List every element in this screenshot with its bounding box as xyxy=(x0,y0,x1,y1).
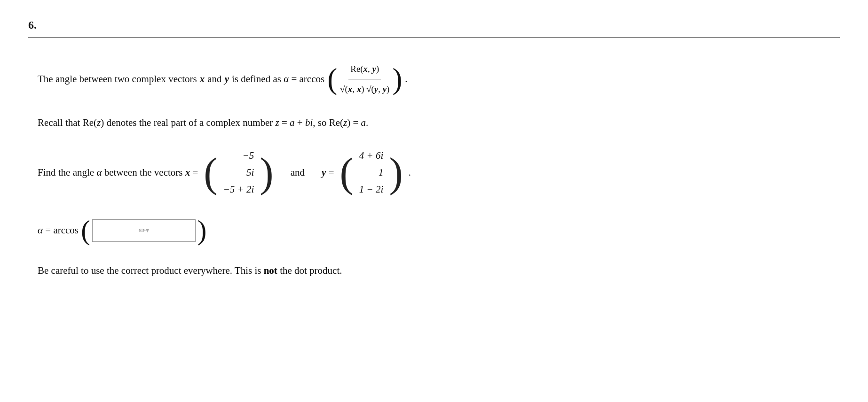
note-bold: not xyxy=(264,265,277,276)
problem-number: 6. xyxy=(28,19,840,31)
note-text-2: the dot product. xyxy=(277,265,342,276)
definition-paragraph: The angle between two complex vectors x … xyxy=(38,60,830,98)
vector-x: ( −5 5i −5 + 2i ) xyxy=(204,147,273,198)
find-paragraph: Find the angle α between the vectors x =… xyxy=(38,147,830,198)
vector-y-row-2: 1 xyxy=(375,164,387,181)
vector-y-row-1: 4 + 6i xyxy=(355,147,387,164)
answer-line: α = arccos ( ✏ ▾ ) xyxy=(38,215,830,246)
find-text-1: Find the angle α between the vectors x = xyxy=(38,167,198,178)
divider xyxy=(28,37,840,38)
recall-paragraph: Recall that Re(z) denotes the real part … xyxy=(38,115,830,131)
equals-label: = xyxy=(43,224,53,236)
arccos-open-paren: ( Re(x, y) √(x, x) √(y, y) ) xyxy=(327,60,402,98)
answer-input-box[interactable]: ✏ ▾ xyxy=(92,219,196,242)
vector-y-row-3: 1 − 2i xyxy=(355,181,387,198)
def-text-2: is defined as α = arccos xyxy=(232,69,324,89)
vector-y: ( 4 + 6i 1 1 − 2i ) xyxy=(339,147,402,198)
answer-open-paren: ( xyxy=(81,215,90,246)
alpha-label: α xyxy=(38,224,43,236)
vector-x-row-2: 5i xyxy=(243,164,258,181)
def-and: and xyxy=(207,69,221,89)
vector-x-row-1: −5 xyxy=(239,147,258,164)
bold-x-def: x xyxy=(200,69,205,89)
check-icon: ▾ xyxy=(146,226,149,234)
pencil-icon: ✏ xyxy=(139,225,146,236)
answer-close-paren: ) xyxy=(197,215,207,246)
def-period: . xyxy=(405,69,407,89)
fraction-denominator: √(x, x) √(y, y) xyxy=(338,79,391,98)
y-equals: y = xyxy=(322,167,334,178)
arccos-fraction: Re(x, y) √(x, x) √(y, y) xyxy=(338,60,391,98)
vector-x-row-3: −5 + 2i xyxy=(220,181,258,198)
and-connector: and xyxy=(291,167,305,178)
arccos-label: arccos xyxy=(53,224,79,236)
fraction-numerator: Re(x, y) xyxy=(348,60,381,79)
find-period: . xyxy=(409,167,411,178)
note-paragraph: Be careful to use the correct product ev… xyxy=(38,263,830,279)
def-text-1: The angle between two complex vectors xyxy=(38,69,197,89)
note-text-1: Be careful to use the correct product ev… xyxy=(38,265,264,276)
bold-y-def: y xyxy=(225,69,229,89)
